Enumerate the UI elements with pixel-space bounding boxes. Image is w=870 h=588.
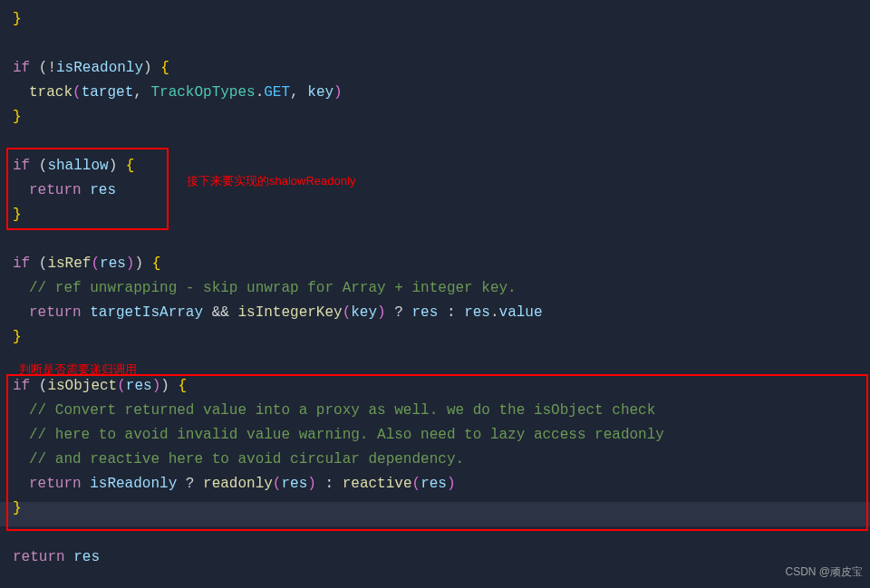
code-line-blank	[13, 521, 857, 545]
keyword-if: if	[13, 60, 30, 76]
code-line-blank	[13, 130, 857, 154]
keyword-return: return	[13, 549, 65, 565]
annotation-text-recursive: 判断是否需要递归调用	[19, 357, 137, 381]
brace: }	[13, 207, 22, 223]
comment: // ref unwrapping - skip unwrap for Arra…	[29, 280, 517, 296]
function-call: readonly	[203, 476, 273, 492]
code-line: // ref unwrapping - skip unwrap for Arra…	[13, 276, 857, 301]
annotation-text-shallow: 接下来要实现的shalowReadonly	[187, 169, 355, 193]
keyword-return: return	[29, 0, 82, 3]
code-line: // and reactive here to avoid circular d…	[13, 448, 857, 472]
variable: isReadonly	[56, 60, 143, 76]
brace: }	[13, 500, 22, 516]
keyword-if: if	[13, 158, 30, 174]
keyword-if: if	[13, 255, 30, 272]
property: value	[499, 304, 543, 321]
keyword-return: return	[29, 304, 82, 321]
code-line: // Convert returned value into a proxy a…	[13, 399, 857, 423]
code-editor[interactable]: return res } if (!isReadonly) { track(ta…	[0, 0, 870, 570]
variable: shallow	[47, 158, 108, 174]
brace: }	[13, 329, 22, 345]
brace: }	[13, 11, 22, 27]
brace: {	[160, 60, 169, 76]
brace: {	[126, 158, 135, 174]
keyword-return: return	[29, 182, 82, 198]
code-line: if (shallow) {	[13, 154, 857, 178]
code-line: if (!isReadonly) {	[13, 56, 857, 81]
code-line-blank	[13, 32, 857, 56]
type: TrackOpTypes	[150, 84, 255, 101]
code-line: return res	[13, 0, 857, 7]
code-line-blank	[13, 350, 857, 374]
variable: res	[65, 549, 100, 565]
code-line: if (isRef(res)) {	[13, 252, 857, 276]
code-line: }	[13, 496, 857, 521]
code-line: }	[13, 325, 857, 350]
brace: {	[152, 255, 161, 272]
function-call: track	[29, 84, 72, 101]
function-call: reactive	[343, 476, 412, 492]
code-line: // here to avoid invalid value warning. …	[13, 423, 857, 448]
watermark: CSDN @顽皮宝	[785, 560, 863, 584]
code-line: }	[13, 203, 857, 227]
code-line: return isReadonly ? readonly(res) : reac…	[13, 472, 857, 496]
code-line: return res	[13, 545, 857, 570]
code-line: track(target, TrackOpTypes.GET, key)	[13, 81, 857, 105]
comment: // and reactive here to avoid circular d…	[29, 451, 464, 468]
brace: }	[13, 109, 22, 125]
code-line: }	[13, 7, 857, 32]
property: GET	[264, 84, 290, 101]
code-line-blank	[13, 227, 857, 252]
code-line: return res	[13, 178, 857, 203]
keyword-return: return	[29, 476, 82, 492]
variable: res	[82, 182, 116, 198]
code-line: if (isObject(res)) {	[13, 374, 857, 399]
code-line: }	[13, 105, 857, 130]
comment: // here to avoid invalid value warning. …	[29, 427, 664, 443]
variable: res	[82, 0, 116, 3]
code-line: return targetIsArray && isIntegerKey(key…	[13, 301, 857, 325]
brace: {	[178, 378, 187, 394]
function-call: isIntegerKey	[237, 304, 342, 321]
function-call: isRef	[47, 255, 91, 272]
comment: // Convert returned value into a proxy a…	[29, 402, 655, 419]
